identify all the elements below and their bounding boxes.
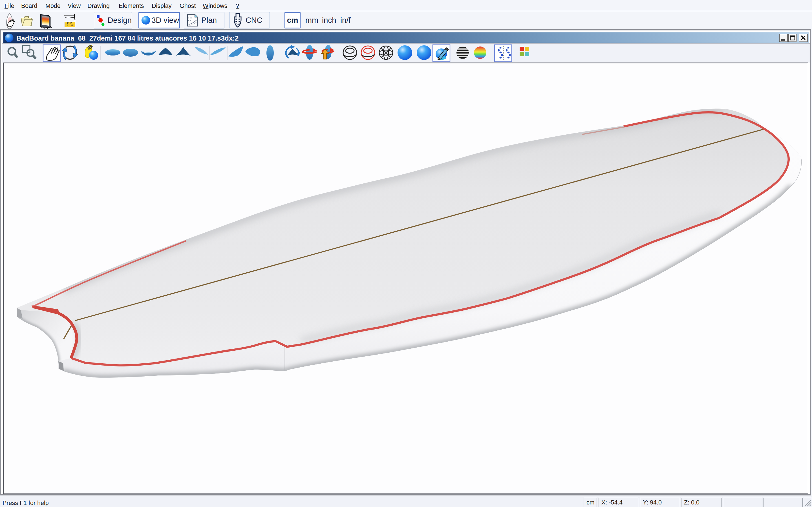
svg-text:1: 1 <box>66 24 68 27</box>
svg-text:0: 0 <box>71 24 73 27</box>
